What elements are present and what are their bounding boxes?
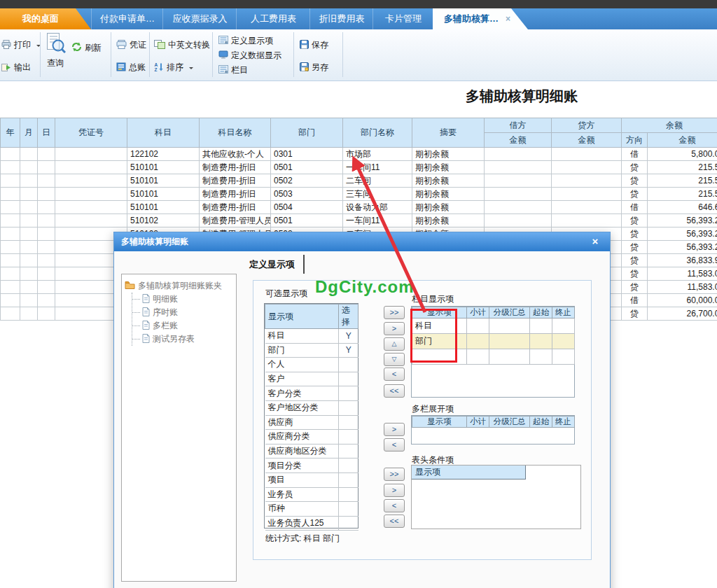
toolbar-separator <box>293 32 294 77</box>
col-debit-amount: 金额 <box>485 133 552 148</box>
voucher-button[interactable]: 凭证 <box>116 39 146 51</box>
mc-col-subtotal: 小计 <box>467 416 489 428</box>
watermark: DgCity.com <box>315 277 415 297</box>
tab-active-label: 多辅助核算… <box>444 13 499 24</box>
ledger-header-row: 年 月 日 凭证号 科目 科目名称 部门 部门名称 摘要 借方 贷方 余额 <box>1 118 717 133</box>
table-row[interactable]: 510102制造费用-管理人员工资0501一车间11期初余额贷56,393.28 <box>1 214 717 227</box>
refresh-icon <box>71 42 82 54</box>
tree-item-label: 明细账 <box>153 293 178 305</box>
list-item[interactable]: 客户 <box>265 372 358 386</box>
tab-close-icon[interactable]: × <box>506 8 510 29</box>
list-item[interactable]: 业务员 <box>265 487 358 502</box>
hc-move-all-right-button[interactable]: >> <box>384 468 405 481</box>
header-condition-box: 显示项 <box>411 465 581 529</box>
list-item[interactable]: 项目分类 <box>265 458 358 473</box>
tab-item[interactable]: 折旧费用表 <box>309 8 373 29</box>
col-direction: 方向 <box>622 133 648 148</box>
move-right-button[interactable]: > <box>384 322 405 335</box>
mc-col-start: 起始 <box>530 416 552 428</box>
document-icon <box>142 307 150 318</box>
tab-define-display-items[interactable]: 定义显示项 <box>249 258 295 271</box>
printer-icon <box>1 40 11 51</box>
col-balance: 余额 <box>622 118 717 133</box>
mc-col-item: 显示项 <box>412 416 467 428</box>
tree-item-label: 测试另存表 <box>153 333 195 345</box>
statistics-mode-label: 统计方式: 科目 部门 <box>265 533 340 545</box>
list-item[interactable]: 业务负责人125 <box>265 516 358 531</box>
tab-item[interactable]: 人工费用表 <box>236 8 310 29</box>
col-debit: 借方 <box>485 118 552 133</box>
hc-move-right-button[interactable]: > <box>384 484 405 497</box>
list-item[interactable]: 供应商分类 <box>265 430 358 444</box>
tab-active-multi-aux[interactable]: 多辅助核算…× <box>433 8 528 29</box>
columns-list-icon <box>218 65 228 76</box>
move-down-button[interactable]: ▽ <box>384 353 405 366</box>
col-day: 日 <box>38 118 55 148</box>
list-item[interactable]: 项目 <box>265 472 358 487</box>
move-all-right-button[interactable]: >> <box>384 306 405 319</box>
cd-col-end: 终止 <box>552 307 575 318</box>
save-as-floppy-icon <box>300 62 309 74</box>
table-row[interactable]: 510101制造费用-折旧0502二车间期初余额贷215.56 <box>1 174 717 188</box>
tree-item-detail-ledger[interactable]: 明细账 <box>132 293 233 306</box>
tab-item[interactable]: 卡片管理 <box>373 8 433 29</box>
mc-move-right-button[interactable]: > <box>384 423 405 436</box>
tab-item[interactable]: 应收票据录入 <box>162 8 237 29</box>
define-display-items-button[interactable]: 定义显示项 <box>218 35 273 47</box>
define-data-display-button[interactable]: 定义数据显示 <box>218 50 281 62</box>
multi-column-box: 显示项 小计 分级汇总 起始 终止 <box>411 415 575 444</box>
col-subject-name: 科目名称 <box>200 118 271 148</box>
list-item[interactable]: 供应商 <box>265 415 358 430</box>
list-item[interactable]: 供应商地区分类 <box>265 444 358 458</box>
available-col-select: 选择 <box>339 304 358 329</box>
dialog-title: 多辅助核算明细账 <box>121 237 188 246</box>
general-ledger-button[interactable]: 总账 <box>116 62 146 74</box>
mc-move-left-button[interactable]: < <box>384 438 405 451</box>
output-button[interactable]: 输出 <box>1 62 31 74</box>
table-row[interactable]: 122102其他应收款-个人0301市场部期初余额借5,800.00 <box>1 148 717 161</box>
save-as-button[interactable]: 另存 <box>300 62 328 74</box>
table-row[interactable]: 510101制造费用-折旧0501一车间11期初余额贷215.56 <box>1 161 717 174</box>
refresh-button[interactable]: 刷新 <box>71 42 102 54</box>
table-row[interactable]: 510101制造费用-折旧0503三车间期初余额贷215.55 <box>1 188 717 201</box>
list-item[interactable]: 客户分类 <box>265 386 358 401</box>
define-data-display-label: 定义数据显示 <box>231 50 281 62</box>
available-items-label: 可选显示项 <box>265 288 307 300</box>
list-item[interactable]: 币种 <box>265 502 358 517</box>
main-toolbar: 打印 输出 查询 刷新 凭证 总账 中英文转换 <box>0 29 717 81</box>
list-item[interactable]: 科目Y <box>265 329 358 344</box>
list-item[interactable]: 客户地区分类 <box>265 400 358 415</box>
sort-button[interactable]: AZ 排序 <box>154 62 193 74</box>
list-item[interactable]: 个人 <box>265 358 358 372</box>
print-label: 打印 <box>14 39 31 51</box>
move-up-button[interactable]: △ <box>384 337 405 351</box>
dialog-body: 定义显示项 多辅助核算明细账账夹 明细账 序时账 <box>114 251 610 588</box>
tree-item-journal[interactable]: 序时账 <box>132 306 233 319</box>
save-as-label: 另存 <box>312 62 328 74</box>
tree-item-multi-column[interactable]: 多栏账 <box>132 319 233 332</box>
hc-move-left-button[interactable]: < <box>384 499 405 512</box>
cd-col-start: 起始 <box>530 307 552 318</box>
columns-button[interactable]: 栏目 <box>218 64 248 76</box>
tab-my-desktop[interactable]: 我的桌面 <box>0 8 91 29</box>
toolbar-separator <box>212 32 213 77</box>
col-credit: 贷方 <box>552 118 622 133</box>
tree-root-folder[interactable]: 多辅助核算明细账账夹 <box>125 279 233 293</box>
tab-item[interactable]: 付款申请单… <box>91 8 163 29</box>
tree-item-test-save[interactable]: 测试另存表 <box>132 332 233 346</box>
dialog-title-bar[interactable]: 多辅助核算明细账 × <box>114 232 610 251</box>
print-button[interactable]: 打印 <box>1 39 41 51</box>
translate-button[interactable]: 中英文转换 <box>154 39 210 51</box>
col-balance-amount: 金额 <box>648 133 717 148</box>
main-tab-bar: 我的桌面 付款申请单… 应收票据录入 人工费用表 折旧费用表 卡片管理 多辅助核… <box>0 8 717 29</box>
table-row[interactable]: 510101制造费用-折旧0504设备动力部期初余额借646.67 <box>1 201 717 214</box>
save-button[interactable]: 保存 <box>300 39 328 51</box>
hc-move-all-left-button[interactable]: << <box>384 514 405 528</box>
mc-col-end: 终止 <box>552 416 575 428</box>
mc-col-level-summary: 分级汇总 <box>489 416 530 428</box>
move-left-button[interactable]: < <box>384 368 405 381</box>
move-all-left-button[interactable]: << <box>384 384 405 398</box>
dialog-close-button[interactable]: × <box>589 232 601 251</box>
query-button[interactable]: 查询 <box>42 32 69 74</box>
list-item[interactable]: 部门Y <box>265 343 358 358</box>
